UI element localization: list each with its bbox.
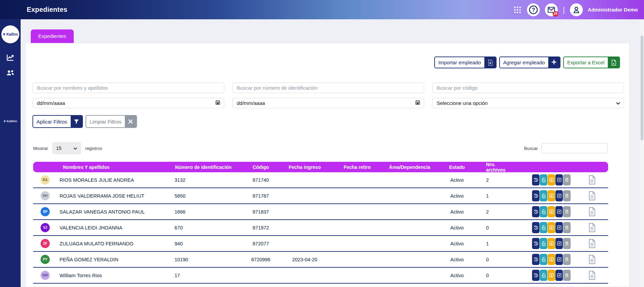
delete-button[interactable] <box>563 222 571 233</box>
help-icon[interactable]: ? <box>527 3 540 16</box>
edit-button[interactable] <box>555 222 563 233</box>
document-button[interactable] <box>588 223 596 233</box>
cell-estado: Activo <box>437 177 477 183</box>
kaidoc-logo-label: KaiDoc <box>6 32 18 36</box>
date-to-input[interactable]: dd/mm/aaaa <box>232 98 424 108</box>
delete-button[interactable] <box>563 190 571 201</box>
delete-button[interactable] <box>563 206 571 217</box>
search-id-input[interactable] <box>232 83 424 93</box>
document-button[interactable] <box>588 207 596 217</box>
status-select[interactable]: Seleccione una opción <box>432 98 624 108</box>
sidebar-item-employees[interactable] <box>5 69 15 77</box>
cell-code: 871837 <box>244 209 278 215</box>
page-size-select[interactable]: 15 <box>52 142 81 154</box>
kaidoc-logo[interactable]: ❖ KaiDoc <box>1 25 19 43</box>
mail-icon[interactable]: 26 <box>545 3 558 16</box>
table-search-input[interactable] <box>541 143 607 153</box>
avatar: ZF <box>41 239 50 248</box>
history-button[interactable] <box>532 174 539 185</box>
funnel-icon <box>71 116 82 127</box>
contact-card-button[interactable] <box>548 190 555 201</box>
user-icon[interactable] <box>570 3 583 16</box>
edit-button[interactable] <box>555 238 563 249</box>
cell-name: PEÑA GOMEZ YERALDIN <box>54 257 163 262</box>
search-name-input[interactable] <box>32 83 224 93</box>
cell-code: 871787 <box>244 193 278 199</box>
unlock-button[interactable] <box>540 222 547 233</box>
unlock-button[interactable] <box>540 270 547 281</box>
document-button[interactable] <box>588 191 596 201</box>
calendar-icon <box>215 100 221 106</box>
cell-document <box>575 239 608 248</box>
contact-card-button[interactable] <box>548 254 555 265</box>
clear-filters-button[interactable]: Limpiar Filtros <box>86 115 137 128</box>
close-icon <box>125 116 136 127</box>
list-controls: Mostrar 15 registros Buscar <box>33 142 607 154</box>
edit-button[interactable] <box>555 206 563 217</box>
unlock-button[interactable] <box>540 206 547 217</box>
cell-actions <box>514 190 575 201</box>
unlock-button[interactable] <box>540 254 547 265</box>
apply-filters-button[interactable]: Aplicar Filtros <box>32 115 83 128</box>
search-code-input[interactable] <box>432 83 624 93</box>
column-header-fecha-ingreso: Fecha ingreso <box>278 164 332 170</box>
document-button[interactable] <box>588 239 596 248</box>
sidebar: ❖ KaiDoc ❖ KaiDoc <box>0 19 21 287</box>
contact-card-button[interactable] <box>548 174 555 185</box>
cell-name: VALENCIA LEIDI JHOANNA <box>54 225 163 230</box>
avatar: RH <box>41 191 50 200</box>
edit-button[interactable] <box>555 270 563 281</box>
contact-card-button[interactable] <box>548 222 555 233</box>
column-header-area: Área/Dependencia <box>383 164 437 170</box>
cell-estado: Activo <box>437 273 477 278</box>
expedientes-table: Nombres Y apellidos Número de identifica… <box>33 162 608 284</box>
delete-button[interactable] <box>563 238 571 249</box>
calendar-icon <box>415 100 420 106</box>
edit-button[interactable] <box>555 190 563 201</box>
cell-name: RIOS MORALES JULIE ANDREA <box>54 177 163 183</box>
tab-expedientes[interactable]: Expedientes <box>31 29 74 43</box>
import-employee-button[interactable]: Importar empleado <box>434 57 497 68</box>
table-search-label: Buscar <box>524 146 538 151</box>
svg-text:x: x <box>613 62 614 65</box>
column-header-estado: Estado <box>437 164 477 170</box>
history-button[interactable] <box>532 206 539 217</box>
unlock-button[interactable] <box>540 238 547 249</box>
history-button[interactable] <box>532 238 539 249</box>
apps-grid-icon[interactable] <box>513 5 522 14</box>
date-from-input[interactable]: dd/mm/aaaa <box>32 98 224 108</box>
history-button[interactable] <box>532 254 539 265</box>
cell-code: 871972 <box>244 225 278 230</box>
edit-button[interactable] <box>555 174 563 185</box>
sidebar-footer-logo: ❖ KaiDoc <box>0 119 21 123</box>
edit-button[interactable] <box>555 254 563 265</box>
unlock-button[interactable] <box>540 174 547 185</box>
contact-card-button[interactable] <box>548 238 555 249</box>
add-employee-button[interactable]: Agregar empleado + <box>499 57 560 68</box>
export-excel-button[interactable]: Exportar a Excel x <box>563 57 620 68</box>
contact-card-button[interactable] <box>548 206 555 217</box>
unlock-button[interactable] <box>540 190 547 201</box>
document-button[interactable] <box>588 175 596 185</box>
toolbar: Importar empleado Agregar empleado + Exp… <box>26 57 620 68</box>
cell-estado: Activo <box>437 225 477 230</box>
history-button[interactable] <box>532 270 539 281</box>
vertical-scrollbar[interactable] <box>640 19 644 287</box>
scrollbar-thumb[interactable] <box>641 36 643 140</box>
delete-button[interactable] <box>563 270 571 281</box>
history-button[interactable] <box>532 190 539 201</box>
cell-avatar: SP <box>33 207 54 216</box>
document-button[interactable] <box>588 270 596 280</box>
table-row: PY PEÑA GOMEZ YERALDIN 10190 8720996 202… <box>33 252 608 268</box>
file-import-icon <box>484 57 496 68</box>
delete-button[interactable] <box>563 174 571 185</box>
document-button[interactable] <box>588 255 596 264</box>
sidebar-item-reports[interactable] <box>6 53 15 62</box>
cell-actions <box>514 270 575 281</box>
cell-estado: Activo <box>437 193 477 199</box>
contact-card-button[interactable] <box>548 270 555 281</box>
cell-fecha-ingreso: 2023-04-20 <box>278 257 332 262</box>
delete-button[interactable] <box>563 254 571 265</box>
avatar: RA <box>41 175 50 184</box>
history-button[interactable] <box>532 222 539 233</box>
